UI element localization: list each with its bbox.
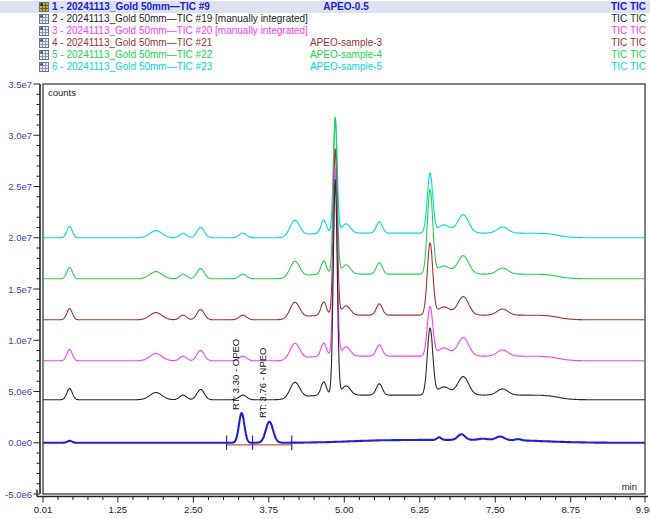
svg-text:-5.0e6: -5.0e6	[5, 489, 32, 500]
svg-text:2.50: 2.50	[184, 504, 203, 515]
svg-text:1.25: 1.25	[109, 504, 128, 515]
plot-frame	[43, 84, 645, 494]
svg-text:2.0e7: 2.0e7	[8, 232, 32, 243]
x-axis-unit-label: min	[622, 481, 637, 492]
svg-text:8.75: 8.75	[561, 504, 580, 515]
svg-text:7.50: 7.50	[486, 504, 505, 515]
svg-text:5.0e6: 5.0e6	[8, 386, 32, 397]
svg-text:3.75: 3.75	[260, 504, 279, 515]
svg-text:0.0e0: 0.0e0	[8, 437, 32, 448]
svg-text:9.98: 9.98	[636, 504, 650, 515]
chromatogram-plot[interactable]: 3.5e73.0e72.5e72.0e71.5e71.0e75.0e60.0e0…	[0, 0, 650, 519]
svg-text:0.01: 0.01	[34, 504, 53, 515]
chromatogram-view: { "legend": { "rows": [ {"name":"1 - 202…	[0, 0, 650, 519]
svg-text:6.25: 6.25	[411, 504, 430, 515]
peak-annotation: RT: 3.76 - NPEO	[257, 348, 268, 419]
svg-text:1.0e7: 1.0e7	[8, 335, 32, 346]
svg-text:2.5e7: 2.5e7	[8, 181, 32, 192]
svg-text:1.5e7: 1.5e7	[8, 284, 32, 295]
peak-annotation: RT: 3.30 - OPEO	[230, 339, 241, 410]
svg-text:3.0e7: 3.0e7	[8, 130, 32, 141]
svg-text:5.00: 5.00	[335, 504, 354, 515]
y-axis-unit-label: counts	[48, 87, 76, 98]
svg-text:3.5e7: 3.5e7	[8, 79, 32, 90]
